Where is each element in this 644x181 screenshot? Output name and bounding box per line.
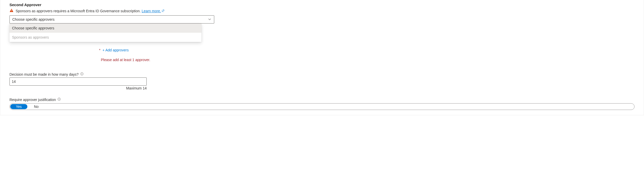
info-icon[interactable] (57, 97, 61, 102)
required-indicator: * (99, 48, 100, 52)
svg-point-3 (82, 73, 82, 74)
justification-field: Require approver justification Yes No (9, 97, 635, 110)
chevron-down-icon (208, 17, 211, 22)
decision-days-field: Decision must be made in how many days? … (9, 72, 635, 90)
learn-more-label: Learn more. (142, 9, 161, 13)
decision-days-input[interactable] (9, 77, 147, 86)
svg-rect-7 (59, 99, 59, 100)
justification-toggle-yes[interactable]: Yes (10, 104, 27, 109)
decision-days-label-row: Decision must be made in how many days? (9, 72, 635, 76)
dropdown-option-sponsors[interactable]: Sponsors as approvers (9, 33, 201, 42)
add-approvers-link[interactable]: + Add approvers (102, 48, 128, 52)
section-heading: Second Approver (9, 3, 635, 7)
svg-rect-1 (11, 11, 12, 12)
approver-error-message: Please add at least 1 approver. (9, 58, 635, 62)
learn-more-link[interactable]: Learn more. (142, 9, 165, 13)
approver-type-dropdown[interactable]: Choose specific approvers (9, 15, 214, 24)
subscription-warning-row: Sponsors as approvers requires a Microso… (9, 8, 635, 13)
warning-message: Sponsors as approvers requires a Microso… (16, 9, 142, 13)
justification-toggle-no[interactable]: No (27, 105, 45, 109)
dropdown-selected-value: Choose specific approvers (12, 17, 55, 21)
approver-type-dropdown-list: Choose specific approvers Sponsors as ap… (9, 24, 201, 42)
warning-icon (9, 8, 14, 13)
svg-point-6 (59, 98, 60, 99)
justification-toggle[interactable]: Yes No (9, 103, 635, 110)
justification-label-row: Require approver justification (9, 97, 635, 102)
approver-type-dropdown-wrapper: Choose specific approvers Choose specifi… (9, 15, 214, 24)
external-link-icon (162, 9, 165, 13)
info-icon[interactable] (80, 72, 84, 76)
dropdown-option-choose-specific[interactable]: Choose specific approvers (9, 24, 201, 33)
below-dropdown-area: * + Add approvers Please add at least 1 … (9, 48, 635, 62)
decision-days-helper: Maximum 14 (9, 86, 147, 90)
svg-rect-0 (11, 10, 12, 11)
decision-days-label: Decision must be made in how many days? (9, 72, 79, 76)
add-approvers-row: * + Add approvers (9, 48, 635, 52)
svg-rect-4 (82, 74, 82, 75)
second-approver-section: Second Approver Sponsors as approvers re… (0, 0, 644, 115)
warning-text: Sponsors as approvers requires a Microso… (16, 9, 165, 13)
justification-label: Require approver justification (9, 98, 56, 102)
